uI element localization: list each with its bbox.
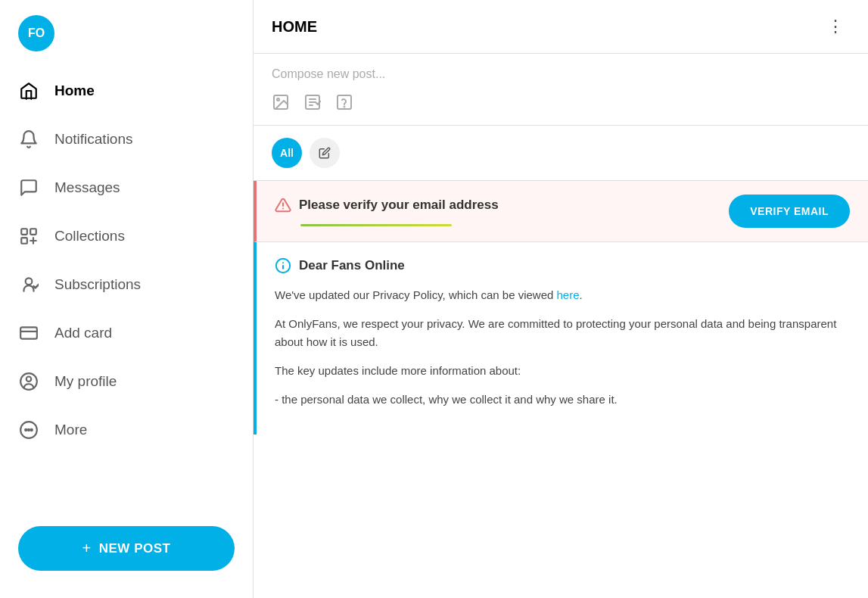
sidebar-item-label-add-card: Add card (54, 325, 112, 341)
pencil-icon (319, 147, 331, 159)
sidebar-item-my-profile[interactable]: My profile (0, 357, 253, 406)
svg-point-7 (26, 377, 32, 382)
filter-all-button[interactable]: All (272, 138, 302, 168)
card-icon (18, 322, 39, 344)
sidebar-item-subscriptions[interactable]: Subscriptions (0, 260, 253, 309)
poll-icon (303, 93, 322, 111)
sidebar-item-messages[interactable]: Messages (0, 164, 253, 212)
verify-underline-decoration (300, 224, 452, 226)
sidebar-item-label-notifications: Notifications (54, 131, 133, 148)
info-circle-icon (275, 257, 291, 274)
filter-row: All (254, 126, 868, 181)
filter-all-label: All (280, 147, 294, 159)
verify-text-row: Please verify your email address (275, 197, 499, 213)
sidebar-item-label-home: Home (54, 83, 95, 99)
privacy-notice-body: We've updated our Privacy Policy, which … (275, 286, 850, 409)
verify-email-text: Please verify your email address (299, 198, 499, 213)
verify-email-button[interactable]: VERIFY EMAIL (729, 195, 850, 228)
sidebar-item-add-card[interactable]: Add card (0, 309, 253, 357)
svg-point-11 (31, 429, 33, 431)
svg-point-9 (25, 429, 26, 431)
privacy-policy-link[interactable]: here (557, 288, 580, 301)
sidebar-item-home[interactable]: Home (0, 67, 253, 115)
question-icon (335, 93, 353, 111)
message-icon (18, 177, 39, 198)
three-dots-icon: ⋮ (827, 17, 844, 36)
header-more-button[interactable]: ⋮ (821, 14, 850, 39)
bell-icon (18, 129, 39, 150)
subscriptions-icon (18, 274, 39, 295)
warning-triangle-icon (275, 197, 291, 213)
sidebar-nav: Home Notifications Messages (0, 59, 253, 514)
image-icon (272, 93, 290, 111)
profile-icon (18, 371, 39, 392)
compose-actions (272, 93, 850, 111)
page-title: HOME (272, 18, 317, 36)
compose-question-button[interactable] (335, 93, 353, 111)
sidebar-item-label-subscriptions: Subscriptions (54, 276, 141, 293)
compose-input-placeholder[interactable]: Compose new post... (272, 67, 850, 81)
svg-rect-4 (20, 327, 37, 338)
sidebar-item-notifications[interactable]: Notifications (0, 115, 253, 164)
sidebar-item-label-more: More (54, 422, 87, 438)
privacy-body-p2: At OnlyFans, we respect your privacy. We… (275, 315, 850, 351)
verify-left: Please verify your email address (275, 197, 499, 226)
home-icon (18, 80, 39, 101)
more-icon (18, 419, 39, 441)
new-post-button[interactable]: + NEW POST (18, 526, 235, 571)
svg-point-13 (277, 98, 279, 101)
privacy-notice: Dear Fans Online We've updated our Priva… (254, 242, 868, 434)
sidebar-item-label-collections: Collections (54, 228, 125, 244)
avatar[interactable]: FO (18, 15, 54, 51)
compose-area: Compose new post... (254, 54, 868, 126)
sidebar-item-more[interactable]: More (0, 406, 253, 454)
privacy-body-p3: The key updates include more information… (275, 362, 850, 380)
avatar-area: FO (0, 0, 253, 59)
privacy-body-p1: We've updated our Privacy Policy, which … (275, 286, 850, 304)
plus-icon: + (82, 540, 92, 557)
svg-rect-2 (21, 238, 27, 244)
collections-icon (18, 226, 39, 247)
new-post-label: NEW POST (99, 541, 171, 556)
filter-edit-button[interactable] (310, 138, 340, 168)
compose-image-button[interactable] (272, 93, 290, 111)
privacy-body-p4: - the personal data we collect, why we c… (275, 391, 850, 409)
svg-point-3 (26, 278, 33, 285)
sidebar-item-collections[interactable]: Collections (0, 212, 253, 260)
sidebar: FO Home Notifications (0, 0, 254, 598)
svg-point-19 (344, 107, 345, 107)
sidebar-item-label-messages: Messages (54, 179, 120, 196)
svg-rect-0 (21, 229, 27, 235)
compose-poll-button[interactable] (303, 93, 322, 111)
privacy-notice-title: Dear Fans Online (299, 258, 405, 273)
main-header: HOME ⋮ (254, 0, 868, 54)
privacy-notice-header: Dear Fans Online (275, 257, 850, 274)
main-content: HOME ⋮ Compose new post... (254, 0, 868, 598)
sidebar-item-label-my-profile: My profile (54, 373, 117, 390)
verify-email-banner: Please verify your email address VERIFY … (254, 181, 868, 242)
svg-rect-1 (30, 229, 36, 235)
svg-point-10 (28, 429, 30, 431)
